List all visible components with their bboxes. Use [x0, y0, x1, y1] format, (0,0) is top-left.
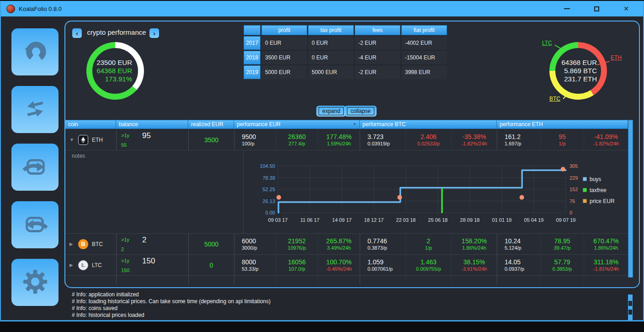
column-header-performance-eur[interactable]: performance EUR ▼ — [234, 120, 360, 129]
holding-age: >1y — [121, 237, 129, 242]
performance-sub-value: 107.0/p — [288, 266, 305, 272]
empty-cell — [405, 276, 451, 285]
performance-cell: 57.790.3853/p — [540, 255, 584, 275]
buys-line — [278, 170, 566, 213]
sidebar-item-portfolio[interactable] — [11, 28, 59, 75]
minimize-button[interactable] — [564, 5, 570, 12]
app-title: KoalaFolio 0.8.0 — [19, 5, 62, 12]
coin-table-scrollbar[interactable] — [628, 120, 633, 278]
x-axis-tick-label: 09 03 17 — [268, 217, 288, 223]
performance-value: 8000 — [242, 258, 256, 266]
performance-value: 2.406 — [420, 133, 436, 140]
coin-row-btc[interactable]: ▶BBTC>1y22500060003000/p2195210976/p265.… — [65, 234, 628, 255]
realized-eur-value: 5000 — [188, 234, 234, 254]
performance-cell: 1.0590.007061/p — [360, 255, 405, 275]
empty-cell — [540, 276, 584, 285]
performance-cell: 177.48%1.59%/24h — [318, 129, 360, 150]
performance-sub-value: 277.4/p — [288, 141, 305, 146]
log-output[interactable]: # Info: application initialized# Info: l… — [72, 291, 597, 319]
coin-row-ltc[interactable]: ▶ŁLTC>1y1501500800053.33/p16056107.0/p10… — [65, 255, 628, 276]
x-axis-tick-label: 05 04 19 — [524, 217, 544, 223]
sidebar-item-settings[interactable] — [11, 259, 59, 306]
app-window: KoalaFolio 0.8.0 ✕ — [0, 0, 644, 332]
year-row-header[interactable]: 2018 — [244, 51, 261, 64]
column-header-balance[interactable]: balance — [116, 120, 188, 129]
performance-sub-value: 1/p — [559, 141, 565, 146]
log-scrollbar[interactable] — [628, 295, 633, 321]
performance-cell: -35.38%-1.82%/24h — [451, 129, 497, 150]
performance-sub-value: 1.697/p — [505, 141, 522, 146]
performance-value: 16056 — [288, 258, 306, 266]
export-arrow-icon — [21, 210, 49, 240]
coin-cell: ▶BBTC — [65, 234, 116, 254]
collapse-button[interactable]: collapse — [345, 106, 377, 117]
column-header-performance-btc[interactable]: performance BTC — [360, 120, 497, 129]
year-row-header[interactable]: 2019 — [244, 65, 261, 79]
price-dot — [520, 195, 524, 200]
detail-divider — [243, 150, 244, 233]
ltc-glyph: Ł — [81, 262, 85, 268]
year-profit-value: -2 EUR — [355, 36, 400, 50]
chevron-left-icon: ‹ — [76, 29, 78, 37]
collapse-button-label: collapse — [347, 107, 374, 115]
expand-button[interactable]: expand — [316, 106, 346, 117]
performance-sub-value: -1.82%/24h — [593, 141, 619, 146]
realized-eur-value: 3500 — [188, 129, 234, 150]
notes-field[interactable]: notes — [72, 153, 85, 159]
performance-sub-value: 0.009755/p — [416, 266, 441, 272]
gear-icon — [21, 268, 49, 298]
sidebar-item-export[interactable] — [11, 201, 59, 248]
price-dot — [561, 167, 565, 171]
x-axis-tick-label: 09 07 19 — [556, 217, 576, 223]
performance-sub-value: -1.82%/24h — [461, 141, 487, 146]
performance-cell: 16056107.0/p — [276, 255, 318, 275]
column-header-label: balance — [119, 120, 138, 129]
performance-sub-value: 0.0937/p — [505, 266, 524, 272]
realized-eur-value: 0 — [188, 255, 234, 275]
prev-page-button[interactable]: ‹ — [72, 28, 82, 38]
title-bar[interactable]: KoalaFolio 0.8.0 ✕ — [1, 1, 643, 16]
year-profit-value: -4 EUR — [355, 51, 400, 64]
maximize-button[interactable] — [593, 5, 600, 12]
performance-sub-value: 10976/p — [288, 245, 306, 251]
performance-cell: 311.18%-1.81%/24h — [584, 255, 628, 275]
log-line: # Info: historical prices loaded — [72, 312, 597, 319]
sidebar-item-import[interactable] — [11, 144, 59, 191]
performance-value: 57.79 — [554, 258, 570, 266]
btc-coin-icon: B — [78, 239, 88, 249]
year-column-tax-profit: tax profit — [308, 25, 354, 35]
sidebar-item-trades[interactable] — [11, 86, 59, 133]
performance-sub-value: 1/p — [425, 245, 432, 251]
column-header-label: performance ETH — [500, 120, 543, 129]
year-row-header[interactable]: 2017 — [244, 36, 261, 50]
balance-cell: >1y9555 — [116, 129, 188, 150]
close-button[interactable]: ✕ — [623, 5, 629, 12]
column-header-coin[interactable]: coin — [65, 120, 116, 129]
swap-arrows-icon — [21, 95, 49, 125]
balance-value: 95 — [142, 131, 151, 140]
column-header-realized-eur[interactable]: realized EUR — [188, 120, 234, 129]
performance-cell: 670.47%1.86%/24h — [584, 234, 628, 254]
row-collapse-arrow[interactable]: ▼ — [69, 137, 75, 142]
balance-over-year: 55 — [121, 142, 127, 148]
column-header-performance-eth[interactable]: performance ETH — [497, 120, 628, 129]
y-right-tick-label: 229 — [569, 175, 578, 181]
performance-cell: 14.050.0937/p — [497, 255, 540, 275]
row-expand-arrow[interactable]: ▶ — [69, 262, 75, 268]
performance-sub-value: 0.02533/p — [417, 141, 440, 146]
coin-row-eth[interactable]: ▼ETH>1y955535009500100/p26360277.4/p177.… — [65, 129, 628, 150]
coin-history-chart: 09 03 1711 06 1714 09 1718 12 1722 03 18… — [247, 153, 627, 232]
performance-sub-value: -1.81%/24h — [593, 266, 619, 272]
year-profit-value: -15004 EUR — [401, 51, 447, 64]
performance-cell: 3.7230.03919/p — [360, 129, 405, 150]
performance-donut-chart: 23500 EUR 64368 EUR 173.91% — [86, 42, 144, 100]
row-expand-arrow[interactable]: ▶ — [69, 241, 75, 246]
performance-sub-value: 5.124/p — [505, 245, 522, 251]
btc-segment-label: BTC — [549, 96, 560, 102]
balance-cell: >1y22 — [116, 234, 188, 254]
performance-value: 1.059 — [367, 258, 383, 266]
next-page-button[interactable]: › — [149, 28, 159, 38]
year-profit-value: 0 EUR — [308, 51, 354, 64]
empty-cell — [451, 276, 497, 285]
performance-value: 6000 — [242, 237, 256, 245]
